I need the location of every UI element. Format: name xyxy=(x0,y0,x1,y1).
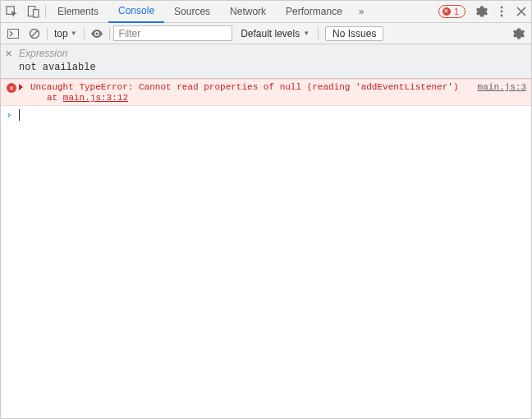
context-label: top xyxy=(54,28,68,39)
live-expression-value: not available xyxy=(19,62,525,73)
log-levels-selector[interactable]: Default levels ▼ xyxy=(236,28,314,39)
tab-performance[interactable]: Performance xyxy=(276,1,352,23)
prompt-chevron-icon: › xyxy=(6,108,12,121)
close-devtools-icon[interactable] xyxy=(511,1,531,23)
clear-console-icon[interactable] xyxy=(25,25,44,43)
settings-gear-icon[interactable] xyxy=(472,1,492,23)
tab-network[interactable]: Network xyxy=(220,1,276,23)
text-cursor xyxy=(19,109,20,121)
execution-context-selector[interactable]: top ▼ xyxy=(51,26,80,41)
error-icon: ✕ xyxy=(443,7,451,16)
panel-tabs: Elements Console Sources Network Perform… xyxy=(48,1,352,23)
kebab-menu-icon[interactable] xyxy=(492,1,511,23)
error-count-badge[interactable]: ✕ 1 xyxy=(438,5,466,18)
issues-button[interactable]: No Issues xyxy=(325,26,383,41)
error-source-link[interactable]: main.js:3 xyxy=(478,82,526,92)
stack-prefix: at xyxy=(47,93,63,103)
divider xyxy=(84,27,85,40)
svg-line-8 xyxy=(31,30,38,37)
svg-point-3 xyxy=(501,7,503,9)
tabs-overflow-button[interactable]: » xyxy=(352,6,371,17)
live-expression-placeholder: Expression xyxy=(19,48,525,59)
divider xyxy=(47,27,48,40)
tab-elements[interactable]: Elements xyxy=(48,1,108,23)
error-stack-line: at main.js:3:12 xyxy=(47,93,526,103)
console-settings-gear-icon[interactable] xyxy=(510,25,528,43)
expand-triangle-icon[interactable] xyxy=(19,84,23,90)
toggle-sidebar-icon[interactable] xyxy=(4,25,22,43)
devtools-tabbar: Elements Console Sources Network Perform… xyxy=(1,1,531,23)
svg-point-4 xyxy=(501,11,503,13)
stack-location-link[interactable]: main.js:3:12 xyxy=(63,93,128,103)
svg-rect-2 xyxy=(33,9,39,16)
error-icon: ✕ xyxy=(7,83,16,93)
close-icon[interactable]: ✕ xyxy=(5,48,12,59)
levels-label: Default levels xyxy=(241,28,300,39)
tab-console[interactable]: Console xyxy=(108,1,164,23)
device-toolbar-icon[interactable] xyxy=(22,1,44,23)
live-expression-eye-icon[interactable] xyxy=(88,25,106,43)
chevron-down-icon: ▼ xyxy=(71,30,77,37)
divider xyxy=(109,27,110,40)
live-expression-row[interactable]: ✕ Expression not available xyxy=(1,44,531,79)
svg-rect-6 xyxy=(8,29,19,38)
chevron-down-icon: ▼ xyxy=(303,30,310,37)
inspect-element-icon[interactable] xyxy=(1,1,22,23)
console-prompt[interactable]: › xyxy=(1,106,531,123)
error-count-value: 1 xyxy=(454,7,459,16)
filter-input[interactable] xyxy=(113,25,233,41)
svg-point-9 xyxy=(95,32,98,35)
error-message-text: Uncaught TypeError: Cannot read properti… xyxy=(30,82,459,92)
filter-input-wrapper xyxy=(113,25,233,41)
console-toolbar: top ▼ Default levels ▼ No Issues xyxy=(1,23,531,44)
divider xyxy=(318,27,319,40)
svg-point-5 xyxy=(501,15,503,17)
tab-sources[interactable]: Sources xyxy=(164,1,220,23)
divider xyxy=(45,5,46,18)
console-error-message[interactable]: ✕ main.js:3 Uncaught TypeError: Cannot r… xyxy=(1,79,531,106)
